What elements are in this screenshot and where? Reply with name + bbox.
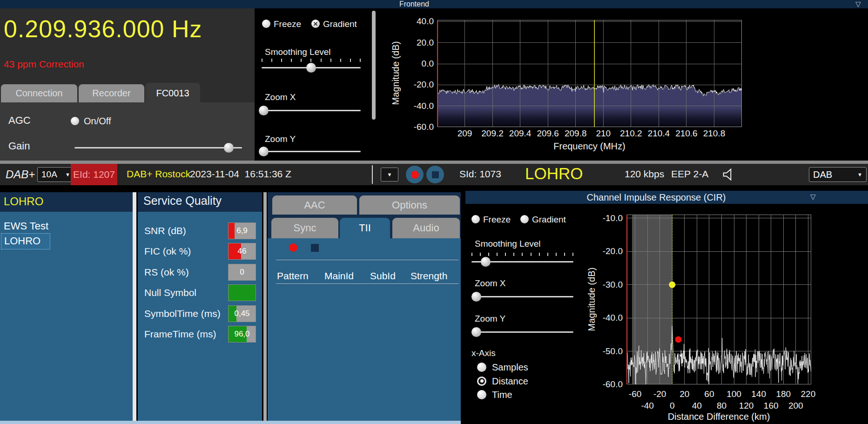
channel-select[interactable]: 10A ▼ [37, 167, 74, 182]
x-tick: 60 [695, 389, 723, 399]
speaker-icon[interactable] [720, 167, 737, 182]
tab-fc0013[interactable]: FC0013 [145, 83, 200, 102]
frontend-smoothing-slider-thumb[interactable] [306, 63, 316, 73]
tab-sync[interactable]: Sync [271, 218, 338, 238]
y-tick: 0.0 [401, 59, 434, 69]
mode-label: DAB+ [6, 168, 35, 181]
service-quality-header: Service Quality [138, 192, 262, 212]
collapse-cir-icon[interactable]: ▽ [810, 193, 816, 200]
x-tick: 220 [794, 389, 822, 399]
frontend-freeze-label: Freeze [274, 19, 301, 29]
tab-tii[interactable]: TII [340, 218, 390, 238]
x-tick: 80 [707, 401, 735, 411]
tii-column-pattern: Pattern [277, 270, 309, 282]
cir-freeze-toggle[interactable] [471, 215, 480, 223]
checked-cross-icon: ✕ [313, 20, 318, 27]
tii-column-mainid: MainId [324, 270, 354, 282]
tab-connection[interactable]: Connection [1, 84, 77, 102]
frontend-freeze-toggle[interactable] [262, 20, 270, 28]
x-tick: 140 [745, 389, 773, 399]
agc-toggle-radio[interactable] [71, 117, 79, 125]
cir-gradient-toggle[interactable] [520, 215, 529, 223]
record-button[interactable] [406, 166, 424, 183]
service-list-header-label: LOHRO [4, 195, 43, 208]
ppm-correction-label: 43 ppm Correction [4, 59, 84, 70]
frontend-zoom-x-slider[interactable] [262, 110, 361, 111]
cir-zoom-x-slider[interactable] [471, 296, 573, 297]
gain-slider-thumb[interactable] [224, 143, 234, 153]
record-icon [411, 171, 419, 179]
gain-slider[interactable] [74, 147, 242, 148]
chevron-down-icon: ▼ [857, 172, 862, 177]
tii-column-strength: Strength [410, 270, 447, 282]
x-tick: 20 [671, 389, 699, 399]
main-path-marker [669, 282, 675, 288]
x-axis-option-distance[interactable] [477, 377, 486, 386]
echo-marker [675, 337, 682, 343]
cir-zoom-y-slider[interactable] [471, 331, 573, 333]
tii-divider [276, 260, 458, 260]
stop-button[interactable] [426, 166, 444, 183]
x-axis-option-time[interactable] [477, 390, 486, 399]
output-mode-value: DAB [813, 169, 832, 180]
metric-value: 0 [229, 264, 256, 280]
frontend-zoom-y-slider-label: Zoom Y [265, 134, 296, 144]
frontend-zoom-x-slider-thumb[interactable] [259, 106, 269, 115]
cir-freeze-label: Freeze [483, 215, 511, 225]
cir-zoom-x-slider-label: Zoom X [475, 278, 506, 289]
tab-audio[interactable]: Audio [392, 218, 460, 238]
frontend-gradient-toggle[interactable]: ✕ [311, 20, 320, 28]
agc-toggle-label: On/Off [84, 116, 111, 127]
bottom-horizontal-scrollbar[interactable] [0, 421, 461, 424]
x-axis-option-label: Distance [492, 376, 528, 387]
current-service-label: LOHRO [525, 164, 583, 183]
controls-scrollbar[interactable] [372, 11, 376, 120]
tab-options[interactable]: Options [359, 195, 460, 215]
service-list-scrollbar[interactable] [133, 192, 136, 424]
chevron-down-icon: ▼ [65, 172, 70, 177]
metric-label: FIC (ok %) [144, 246, 191, 257]
metric-bar-fill [229, 285, 256, 301]
cir-panel-title: Channel Impulse Response (CIR) [465, 191, 847, 204]
x-tick: 160 [757, 401, 785, 411]
frontend-zoom-y-slider-thumb[interactable] [259, 147, 269, 156]
x-tick: 40 [683, 401, 711, 411]
metric-bar [228, 284, 256, 301]
recorder-options-button[interactable]: ▼ [381, 168, 398, 182]
stop-icon [432, 171, 439, 178]
x-tick: 180 [769, 389, 797, 399]
tab-recorder[interactable]: Recorder [79, 84, 144, 102]
metric-label: Null Symbol [144, 287, 196, 298]
ensemble-id-value: EId: 1207 [73, 169, 115, 180]
metric-label: FrameTime (ms) [144, 329, 216, 340]
cir-smoothing-slider-label: Smoothing Level [475, 239, 541, 249]
collapse-frontend-icon[interactable]: ▽ [855, 0, 861, 7]
service-item-label: LOHRO [4, 235, 40, 247]
metric-bar: 6,9 [228, 222, 256, 239]
y-tick: -60.0 [401, 122, 434, 132]
metric-value: 96,0 [229, 326, 256, 342]
service-quality-header-label: Service Quality [143, 194, 222, 208]
frequency-display: 0.209.936.000 Hz [4, 15, 202, 43]
x-axis-option-samples[interactable] [477, 363, 486, 372]
service-item-ews-test[interactable]: EWS Test [4, 220, 48, 232]
cir-smoothing-slider-thumb[interactable] [481, 257, 491, 267]
x-tick: 120 [733, 401, 760, 411]
cir-zoom-y-slider-label: Zoom Y [475, 314, 505, 324]
frontend-titlebar: Frontend ▽ [0, 0, 868, 8]
tab-aac[interactable]: AAC [272, 195, 357, 215]
horizontal-splitter[interactable] [0, 161, 868, 164]
bitrate-label: 120 kbps [625, 168, 664, 180]
output-mode-select[interactable]: DAB ▼ [809, 167, 867, 182]
x-tick: -40 [633, 401, 661, 411]
y-tick: 40.0 [401, 16, 434, 27]
service-item-lohro[interactable]: LOHRO [1, 233, 50, 249]
frontend-zoom-y-slider[interactable] [262, 151, 361, 152]
y-tick: -40.0 [401, 101, 434, 111]
x-axis-option-label: Time [492, 390, 512, 400]
x-axis-option-label: Samples [492, 362, 528, 373]
x-axis-group-label: x-Axis [471, 348, 496, 358]
frontend-spectrum-plot [437, 20, 742, 127]
spectrum-y-axis-label: Magnitude (dB) [390, 27, 402, 120]
service-quality-scrollbar[interactable] [263, 192, 267, 424]
